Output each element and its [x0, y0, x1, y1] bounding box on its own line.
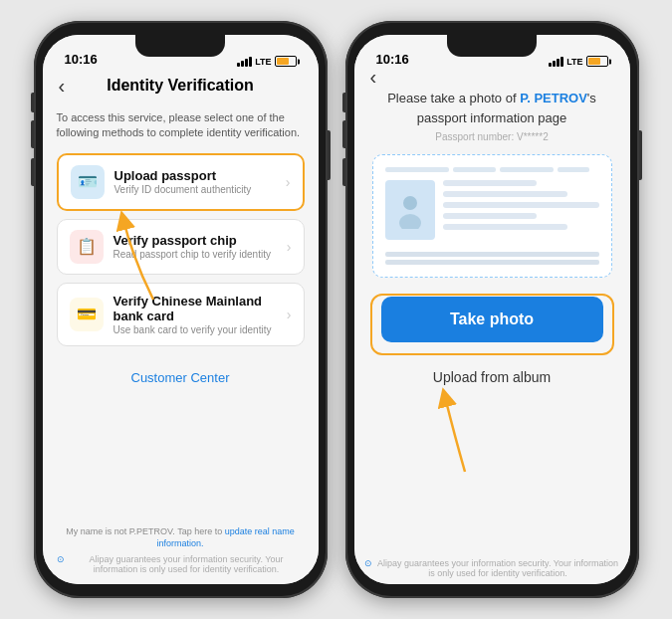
passport-line-4 [443, 213, 537, 219]
vol-up-button-2 [342, 120, 345, 148]
option-card-verify-chip[interactable]: 📋 Verify passport chip Read passport chi… [57, 219, 305, 275]
take-photo-wrapper: Take photo [370, 294, 614, 355]
passport-icon: 🪪 [71, 165, 105, 199]
svg-point-1 [399, 214, 421, 229]
option-title-1: Upload passport [114, 168, 286, 183]
silent-switch [31, 93, 34, 112]
option-text-1: Upload passport Verify ID document authe… [114, 168, 286, 195]
passport-line-1 [443, 180, 537, 186]
bar4 [249, 57, 252, 67]
bar1-2 [549, 63, 552, 67]
back-button-2[interactable]: ‹ [370, 66, 377, 89]
signal-bars-1 [237, 56, 252, 67]
content-2: Please take a photo of P. PETROV's passp… [354, 83, 630, 584]
time-2: 10:16 [376, 52, 409, 67]
signal-bars-2 [549, 56, 563, 67]
option-text-3: Verify Chinese Mainland bank card Use ba… [113, 294, 287, 335]
customer-center-link[interactable]: Customer Center [57, 362, 305, 393]
vol-down-button [31, 158, 34, 186]
status-icons-1: LTE [237, 56, 296, 67]
bank-icon: 💳 [70, 298, 104, 331]
mrz-line-1 [385, 252, 599, 257]
passport-line-2 [443, 191, 568, 197]
battery-1 [275, 56, 297, 67]
bar4-2 [560, 57, 563, 67]
phone-2: 10:16 LTE ‹ Please take a photo of P [345, 21, 639, 598]
passport-line-5 [443, 224, 568, 230]
vol-up-button [31, 120, 34, 148]
passport-data-lines [443, 180, 599, 230]
mrz-line-2 [385, 260, 599, 265]
silent-switch-2 [342, 93, 345, 112]
option-desc-3: Use bank card to verify your identity [113, 324, 287, 335]
power-button [328, 130, 331, 180]
passport-instruction: Please take a photo of P. PETROV's passp… [364, 89, 620, 127]
bar3 [245, 59, 248, 67]
nav-bar-1: ‹ Identity Verification [43, 71, 319, 101]
option-card-upload-passport[interactable]: 🪪 Upload passport Verify ID document aut… [57, 153, 305, 211]
status-icons-2: LTE [549, 56, 607, 67]
battery-2 [586, 56, 608, 67]
vol-down-button-2 [342, 158, 345, 186]
option-desc-2: Read passport chip to verify identity [113, 249, 287, 260]
footer-note-1: My name is not P.PETROV. Tap here to upd… [57, 517, 305, 550]
bar2 [241, 61, 244, 67]
svg-point-0 [403, 196, 417, 210]
option-title-3: Verify Chinese Mainland bank card [113, 294, 287, 323]
option-desc-1: Verify ID document authenticity [114, 184, 286, 195]
chevron-icon-1: › [286, 174, 291, 190]
footer-check-2: ⊙ Alipay guarantees your information sec… [364, 554, 620, 578]
option-title-2: Verify passport chip [113, 233, 287, 248]
option-card-bank-card[interactable]: 💳 Verify Chinese Mainland bank card Use … [57, 283, 305, 346]
bar3-2 [557, 59, 560, 67]
passport-photo-placeholder [385, 180, 435, 240]
battery-fill-1 [277, 58, 290, 65]
lte-label-1: LTE [255, 57, 271, 67]
chip-icon: 📋 [70, 230, 104, 264]
passport-mrz [385, 252, 599, 265]
chevron-icon-2: › [287, 239, 292, 255]
content-1: To access this service, please select on… [43, 101, 319, 584]
passport-preview [372, 154, 612, 278]
passport-line-3 [443, 202, 599, 208]
bar2-2 [553, 61, 556, 67]
subtitle-1: To access this service, please select on… [57, 110, 305, 141]
chevron-icon-3: › [287, 307, 292, 322]
screen-1: 10:16 LTE ‹ Identity Verification To ac [43, 35, 319, 584]
option-text-2: Verify passport chip Read passport chip … [113, 233, 287, 260]
page-title-1: Identity Verification [107, 77, 254, 95]
screen-2: 10:16 LTE ‹ Please take a photo of P [354, 35, 630, 584]
take-photo-button[interactable]: Take photo [381, 297, 603, 342]
passport-number: Passport number: V*****2 [364, 131, 620, 142]
battery-fill-2 [588, 58, 601, 65]
nav-bar-2: ‹ [354, 71, 630, 83]
footer-check-1: ⊙ Alipay guarantees your information sec… [57, 554, 305, 574]
bar1 [237, 63, 240, 67]
upload-from-album-link[interactable]: Upload from album [364, 365, 620, 395]
notch-1 [135, 35, 225, 57]
lte-label-2: LTE [566, 57, 582, 67]
notch-2 [447, 35, 537, 57]
time-1: 10:16 [65, 52, 98, 67]
phone-1: 10:16 LTE ‹ Identity Verification To ac [34, 21, 328, 598]
power-button-2 [639, 130, 642, 180]
back-button-1[interactable]: ‹ [59, 75, 66, 98]
